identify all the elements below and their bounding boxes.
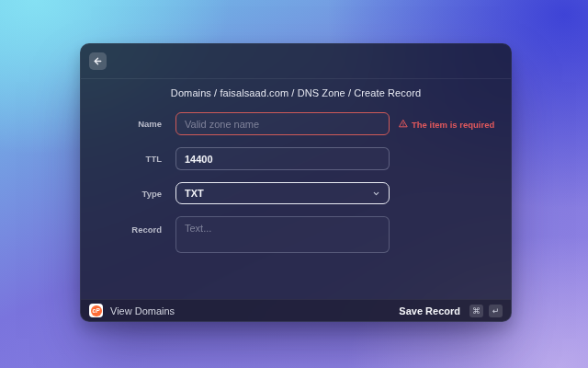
ttl-row: TTL <box>81 147 511 170</box>
save-record-action[interactable]: Save Record ⌘ ↵ <box>399 305 503 317</box>
name-input[interactable] <box>175 112 390 135</box>
arrow-left-icon <box>93 56 103 66</box>
type-select[interactable]: TXT <box>175 182 390 204</box>
record-label: Record <box>81 216 175 235</box>
name-row: Name The item is required <box>81 112 511 135</box>
name-error-text: The item is required <box>412 119 494 129</box>
name-error: The item is required <box>399 119 494 129</box>
record-textarea[interactable] <box>175 216 390 253</box>
warning-triangle-icon <box>399 120 408 129</box>
back-button[interactable] <box>89 52 107 70</box>
modal-header <box>81 44 511 79</box>
create-record-modal: Domains / faisalsaad.com / DNS Zone / Cr… <box>80 43 512 322</box>
cpanel-logo-text: cP <box>91 305 102 316</box>
view-domains-link[interactable]: cP View Domains <box>89 304 175 317</box>
record-row: Record <box>81 216 511 257</box>
create-record-form: Name The item is required TTL <box>81 112 511 257</box>
ttl-label: TTL <box>81 154 175 164</box>
type-row: Type TXT <box>81 182 511 204</box>
cpanel-logo-icon: cP <box>89 304 103 317</box>
breadcrumb: Domains / faisalsaad.com / DNS Zone / Cr… <box>81 87 511 98</box>
type-label: Type <box>81 189 175 199</box>
modal-footer: cP View Domains Save Record ⌘ ↵ <box>81 299 511 321</box>
return-key-icon[interactable]: ↵ <box>489 305 503 317</box>
name-label: Name <box>81 119 175 129</box>
ttl-input[interactable] <box>175 147 390 170</box>
save-record-label: Save Record <box>399 305 460 316</box>
view-domains-label: View Domains <box>110 305 175 316</box>
type-select-value: TXT <box>185 188 204 199</box>
command-key-icon[interactable]: ⌘ <box>469 305 483 317</box>
chevron-down-icon <box>372 190 380 198</box>
